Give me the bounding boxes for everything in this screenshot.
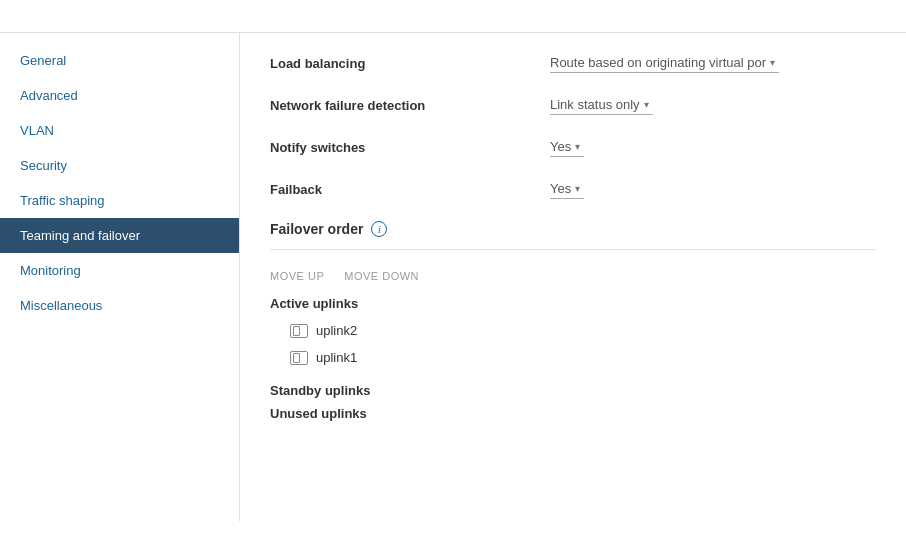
sidebar-item-miscellaneous[interactable]: Miscellaneous [0,288,239,323]
section-divider [270,249,876,250]
move-up-button[interactable]: MOVE UP [270,270,324,282]
sidebar-item-vlan[interactable]: VLAN [0,113,239,148]
sidebar-item-teaming-failover[interactable]: Teaming and failover [0,218,239,253]
standby-section: Standby uplinks [270,383,876,398]
sidebar-item-security[interactable]: Security [0,148,239,183]
failover-title: Failover order [270,221,363,237]
unused-uplinks-label: Unused uplinks [270,406,876,421]
field-value-2: Yes▾ [550,137,876,157]
field-row-0: Load balancingRoute based on originating… [270,53,876,73]
info-icon[interactable]: i [371,221,387,237]
sidebar: GeneralAdvancedVLANSecurityTraffic shapi… [0,33,240,521]
failover-header: Failover orderi [270,221,876,237]
chevron-down-icon: ▾ [644,99,649,110]
sidebar-item-general[interactable]: General [0,43,239,78]
content-area: GeneralAdvancedVLANSecurityTraffic shapi… [0,33,906,521]
field-label-0: Load balancing [270,56,550,71]
uplink-icon [290,351,308,365]
field-value-3: Yes▾ [550,179,876,199]
field-label-2: Notify switches [270,140,550,155]
move-down-button[interactable]: MOVE DOWN [344,270,419,282]
sidebar-item-traffic-shaping[interactable]: Traffic shaping [0,183,239,218]
unused-section: Unused uplinks [270,406,876,421]
field-value-1: Link status only▾ [550,95,876,115]
dropdown-value-3: Yes [550,181,571,196]
field-row-2: Notify switchesYes▾ [270,137,876,157]
field-row-3: FailbackYes▾ [270,179,876,199]
uplink-item-1[interactable]: uplink1 [270,346,876,369]
dropdown-1[interactable]: Link status only▾ [550,95,653,115]
uplink-icon [290,324,308,338]
active-uplinks-label: Active uplinks [270,296,876,311]
failover-section: Failover orderiMOVE UPMOVE DOWNActive up… [270,221,876,421]
page-header [0,0,906,33]
dropdown-2[interactable]: Yes▾ [550,137,584,157]
standby-uplinks-label: Standby uplinks [270,383,876,398]
move-actions: MOVE UPMOVE DOWN [270,270,876,282]
main-content: Load balancingRoute based on originating… [240,33,906,521]
uplink-item-0[interactable]: uplink2 [270,319,876,342]
field-label-3: Failback [270,182,550,197]
dropdown-0[interactable]: Route based on originating virtual por▾ [550,53,779,73]
sidebar-item-advanced[interactable]: Advanced [0,78,239,113]
sidebar-item-monitoring[interactable]: Monitoring [0,253,239,288]
dropdown-value-2: Yes [550,139,571,154]
field-row-1: Network failure detectionLink status onl… [270,95,876,115]
dropdown-3[interactable]: Yes▾ [550,179,584,199]
chevron-down-icon: ▾ [770,57,775,68]
dropdown-value-0: Route based on originating virtual por [550,55,766,70]
chevron-down-icon: ▾ [575,141,580,152]
field-label-1: Network failure detection [270,98,550,113]
dropdown-value-1: Link status only [550,97,640,112]
chevron-down-icon: ▾ [575,183,580,194]
uplink-name-0: uplink2 [316,323,357,338]
uplink-name-1: uplink1 [316,350,357,365]
field-value-0: Route based on originating virtual por▾ [550,53,876,73]
